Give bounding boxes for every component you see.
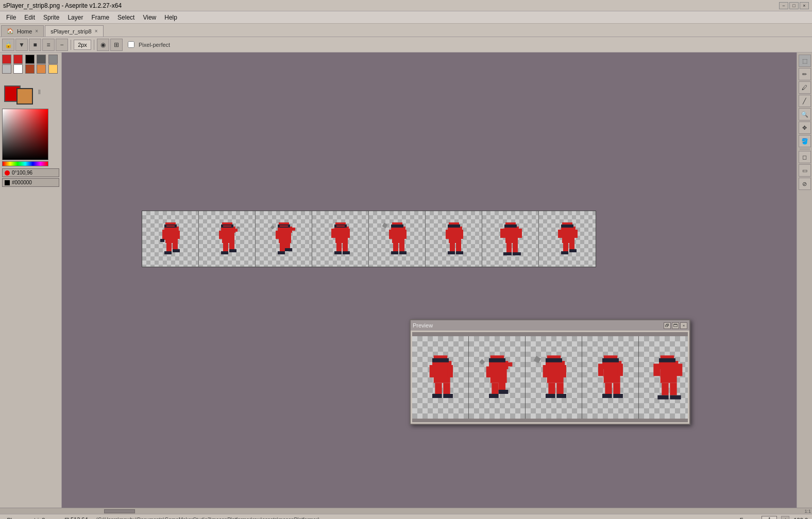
svg-rect-84 <box>563 243 568 251</box>
swatch-3[interactable] <box>37 55 46 64</box>
filename-status: sPlayer_r_strip8.png <box>4 517 56 520</box>
menu-view[interactable]: View <box>139 13 160 22</box>
svg-rect-35 <box>285 248 292 251</box>
marquee-tool[interactable]: ⬚ <box>799 55 811 67</box>
hue-bar[interactable] <box>2 161 48 166</box>
menu-help[interactable]: Help <box>160 13 181 22</box>
extra-label: || <box>38 89 41 94</box>
menu-layer[interactable]: Layer <box>63 13 87 22</box>
lock-tool-button[interactable]: 🔒 <box>2 39 14 51</box>
menu-frame[interactable]: Frame <box>87 13 113 22</box>
svg-rect-6 <box>160 239 164 242</box>
svg-rect-129 <box>613 394 623 398</box>
zoom-display: 100.0 <box>793 517 808 520</box>
swatch-7[interactable] <box>25 64 35 74</box>
svg-rect-102 <box>505 362 512 366</box>
arrow-tool-button[interactable]: ▼ <box>15 39 28 51</box>
swatch-8[interactable] <box>37 64 46 74</box>
svg-rect-133 <box>659 358 675 362</box>
line-tool[interactable]: ╱ <box>799 95 811 107</box>
status-bar: sPlayer_r_strip8.png ⊟ 512 64 (C:\Users\… <box>0 514 812 519</box>
swatch-6[interactable] <box>13 64 23 74</box>
svg-rect-118 <box>546 394 555 398</box>
svg-rect-97 <box>443 394 453 398</box>
canvas-area[interactable] <box>62 53 797 508</box>
tab-bar: 🏠 Home × sPlayer_r_strip8 × <box>0 24 812 37</box>
square-tool-button[interactable]: ■ <box>29 39 41 51</box>
svg-rect-64 <box>450 243 455 251</box>
brush-size-input[interactable] <box>74 40 91 50</box>
swatch-9[interactable] <box>48 64 58 74</box>
swatch-5[interactable] <box>2 64 11 74</box>
swatch-4[interactable] <box>48 55 58 64</box>
svg-rect-17 <box>232 229 238 232</box>
ninja-sprite-3 <box>268 218 299 260</box>
close-button[interactable]: × <box>800 2 809 9</box>
dimensions-status: ⊟ 512 64 <box>64 516 88 519</box>
pen-tool[interactable]: 🖊 <box>799 81 811 94</box>
svg-rect-127 <box>613 383 620 393</box>
tab-home[interactable]: 🏠 Home × <box>1 25 44 37</box>
tab-sprite[interactable]: sPlayer_r_strip8 × <box>45 25 103 37</box>
svg-rect-62 <box>446 230 450 239</box>
pixel-perfect-checkbox[interactable] <box>128 41 134 48</box>
color-picker-area: 0°100,96 #000000 <box>0 107 61 508</box>
background-color-swatch[interactable] <box>16 88 33 105</box>
maximize-button[interactable]: □ <box>789 2 799 9</box>
frame-add-button[interactable]: + <box>781 516 789 520</box>
zoom-tool[interactable]: 🔍 <box>799 108 811 120</box>
svg-rect-106 <box>498 380 505 391</box>
swatch-2[interactable] <box>25 55 35 64</box>
tab-home-close[interactable]: × <box>35 28 38 34</box>
svg-rect-19 <box>219 231 223 239</box>
svg-rect-112 <box>546 358 562 362</box>
menu-edit[interactable]: Edit <box>20 13 39 22</box>
hand-tool[interactable]: ✥ <box>799 122 811 134</box>
svg-rect-7 <box>176 231 180 239</box>
hex-value: #000000 <box>12 180 32 185</box>
tab-sprite-close[interactable]: × <box>95 28 98 34</box>
frame-input[interactable] <box>762 516 777 520</box>
pencil-tool[interactable]: ✏ <box>799 68 811 80</box>
sprite-frame-6 <box>426 211 482 267</box>
swatch-0[interactable] <box>2 55 11 64</box>
toolbar-separator-1 <box>71 40 71 50</box>
svg-rect-51 <box>382 223 387 229</box>
menu-sprite[interactable]: Sprite <box>39 13 63 22</box>
preview-restore-button[interactable]: 🗗 <box>664 322 671 329</box>
svg-rect-87 <box>569 249 577 252</box>
tab-home-label: Home <box>17 28 32 34</box>
svg-rect-83 <box>573 230 578 238</box>
svg-rect-115 <box>561 365 566 377</box>
right-toolbar: ⬚ ✏ 🖊 ╱ 🔍 ✥ 🪣 ◻ ▭ ⊘ <box>797 53 812 508</box>
svg-rect-96 <box>432 394 442 398</box>
swatch-1[interactable] <box>13 55 23 64</box>
minimize-button[interactable]: − <box>779 2 788 9</box>
preview-sprite-5 <box>639 336 688 419</box>
minus-tool-button[interactable]: − <box>56 39 68 51</box>
preview-sprite-4 <box>582 336 639 419</box>
preview-max-button[interactable]: 🗖 <box>672 322 679 329</box>
svg-rect-31 <box>276 231 280 239</box>
svg-rect-125 <box>617 364 623 376</box>
sprite-frame-4 <box>312 211 369 267</box>
list-tool-button[interactable]: ≡ <box>42 39 55 51</box>
scroll-thumb[interactable] <box>104 509 135 513</box>
preview-close-button[interactable]: × <box>680 322 687 329</box>
sprite-frame-3 <box>256 211 312 267</box>
brush-shape-button[interactable]: ◉ <box>97 39 109 51</box>
bucket-tool[interactable]: 🪣 <box>799 135 811 147</box>
menu-select[interactable]: Select <box>113 13 139 22</box>
eyedropper-tool[interactable]: ⊘ <box>799 178 811 190</box>
svg-rect-4 <box>166 226 175 227</box>
svg-rect-103 <box>479 359 485 365</box>
svg-rect-29 <box>290 228 295 231</box>
pixel-perfect-label: Pixel-perfect <box>139 42 170 48</box>
color-gradient[interactable] <box>2 109 48 160</box>
menu-file[interactable]: File <box>2 13 20 22</box>
select-tool[interactable]: ▭ <box>799 164 811 177</box>
eraser-tool[interactable]: ◻ <box>799 151 811 163</box>
svg-rect-104 <box>486 366 492 377</box>
symmetry-button[interactable]: ⊞ <box>110 39 123 51</box>
fg-bg-colors: || <box>0 77 61 107</box>
